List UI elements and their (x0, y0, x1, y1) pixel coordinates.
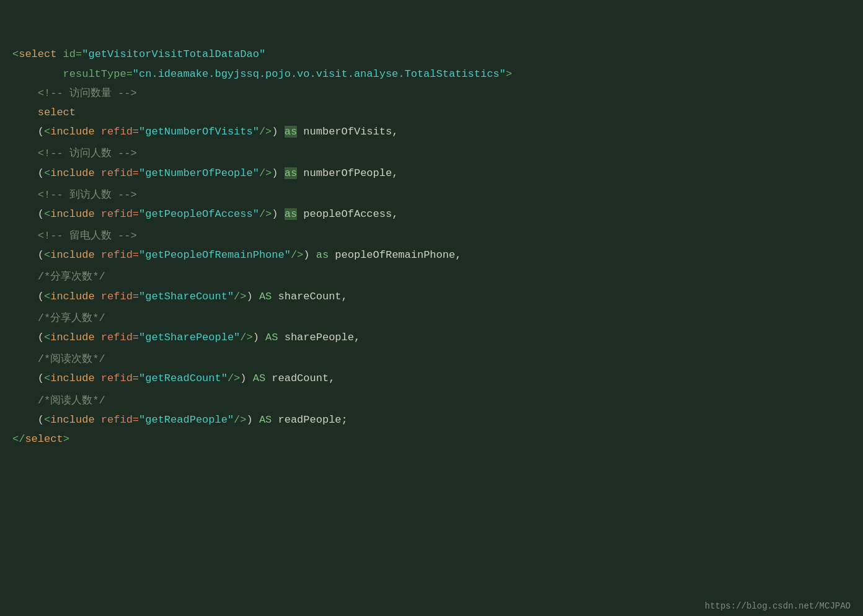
code-token: refid= (95, 126, 139, 138)
footer-url: https://blog.csdn.net/MCJPAO (705, 601, 851, 611)
code-token: ) (247, 291, 259, 302)
code-token: ) (253, 332, 265, 343)
code-token: /> (259, 126, 272, 138)
code-token (12, 147, 38, 159)
code-token: AS (265, 332, 278, 343)
code-token: numberOfPeople, (297, 167, 398, 179)
code-token: refid= (95, 332, 139, 343)
code-token: "getPeopleOfRemainPhone" (139, 249, 291, 261)
code-token: AS (259, 291, 272, 302)
code-token: "cn.ideamake.bgyjssq.pojo.vo.visit.analy… (133, 68, 506, 80)
code-token: select (38, 107, 76, 118)
code-token: < (44, 208, 50, 220)
code-token: sharePeople, (278, 332, 361, 343)
code-token: /> (259, 167, 272, 179)
code-token: include (50, 208, 94, 220)
code-token: ) (272, 167, 284, 179)
code-token: "getShareCount" (139, 291, 234, 302)
code-token: < (44, 414, 50, 426)
code-line: (<include refid="getReadPeople"/>) AS re… (12, 410, 851, 429)
code-token (12, 107, 38, 118)
code-line: (<include refid="getNumberOfPeople"/>) a… (12, 164, 851, 183)
code-token: /*阅读人数*/ (38, 395, 105, 407)
code-token: refid= (95, 291, 139, 302)
code-token: > (63, 433, 69, 445)
code-token: ( (12, 167, 44, 179)
code-token: AS (259, 414, 272, 426)
code-token: ( (12, 249, 44, 261)
code-token: > (506, 68, 512, 80)
code-token: ) (272, 126, 284, 138)
code-token: /*分享人数*/ (38, 312, 105, 324)
code-token: ( (12, 208, 44, 220)
code-token: /> (240, 332, 252, 343)
code-token: ) (303, 249, 316, 261)
code-line: (<include refid="getSharePeople"/>) AS s… (12, 328, 851, 347)
code-line: <!-- 访问人数 --> (12, 144, 851, 163)
code-token (12, 87, 38, 99)
code-token: /*分享次数*/ (38, 271, 105, 283)
code-token: "getNumberOfPeople" (139, 167, 259, 179)
code-token: peopleOfAccess, (297, 208, 398, 220)
code-token: /> (291, 249, 303, 261)
code-line: <!-- 到访人数 --> (12, 185, 851, 205)
code-token (12, 189, 38, 201)
code-line: (<include refid="getPeopleOfAccess"/>) a… (12, 205, 851, 224)
code-token: /> (228, 372, 240, 384)
code-token: as (285, 167, 297, 179)
code-token: as (285, 208, 297, 220)
code-token: numberOfVisits, (297, 126, 398, 138)
code-token: <!-- 到访人数 --> (38, 189, 137, 201)
code-token: include (50, 249, 94, 261)
code-token: /*阅读次数*/ (38, 353, 105, 365)
code-token: <!-- 访问数量 --> (38, 87, 137, 99)
code-token: shareCount, (272, 291, 347, 302)
code-token: readPeople; (272, 414, 347, 426)
code-token: <!-- 访问人数 --> (38, 147, 137, 159)
code-token: include (50, 126, 94, 138)
code-token: < (44, 291, 50, 302)
code-line: <select id="getVisitorVisitTotalDataDao" (12, 45, 851, 64)
code-token: select (25, 433, 63, 445)
code-token: include (50, 332, 94, 343)
code-token: < (44, 126, 50, 138)
code-line: (<include refid="getNumberOfVisits"/>) a… (12, 122, 851, 141)
code-token: ) (272, 208, 284, 220)
code-line: select (12, 103, 851, 122)
code-token (12, 312, 38, 324)
code-token: peopleOfRemainPhone, (329, 249, 461, 261)
code-token: <!-- 留电人数 --> (38, 230, 137, 242)
code-line: /*分享次数*/ (12, 267, 851, 286)
code-token: ( (12, 332, 44, 343)
code-line: /*阅读次数*/ (12, 350, 851, 369)
code-token: resultType= (12, 68, 133, 80)
code-block: <select id="getVisitorVisitTotalDataDao"… (0, 6, 863, 454)
code-token: ) (247, 414, 259, 426)
code-line: resultType="cn.ideamake.bgyjssq.pojo.vo.… (12, 64, 851, 84)
code-token: id= (56, 48, 82, 60)
code-token: < (12, 48, 19, 60)
code-line: (<include refid="getPeopleOfRemainPhone"… (12, 245, 851, 265)
code-token: ) (240, 372, 252, 384)
code-token: refid= (95, 414, 139, 426)
code-token: /> (234, 291, 246, 302)
code-token: ( (12, 291, 44, 302)
code-line: </select> (12, 429, 851, 449)
code-token (12, 353, 38, 365)
code-token: "getPeopleOfAccess" (139, 208, 259, 220)
code-token: refid= (95, 208, 139, 220)
code-token: refid= (95, 249, 139, 261)
code-token: "getNumberOfVisits" (139, 126, 259, 138)
code-line: (<include refid="getShareCount"/>) AS sh… (12, 287, 851, 306)
code-token: include (50, 291, 94, 302)
code-token: < (44, 372, 50, 384)
code-token: refid= (95, 167, 139, 179)
code-token: readCount, (265, 372, 335, 384)
code-line: /*分享人数*/ (12, 309, 851, 328)
code-token: </ (12, 433, 25, 445)
code-token (12, 230, 38, 242)
code-token: as (285, 126, 297, 138)
code-token: as (316, 249, 329, 261)
code-token: include (50, 167, 94, 179)
code-line: <!-- 留电人数 --> (12, 226, 851, 245)
